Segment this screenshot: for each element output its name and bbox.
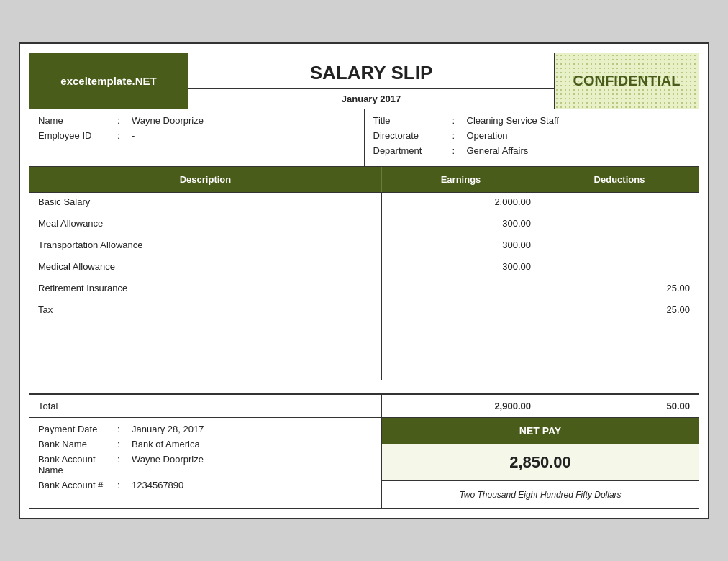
- row-2-desc: Transportation Allowance: [29, 236, 382, 257]
- payment-date-value: January 28, 2017: [132, 424, 204, 434]
- bank-account-name-colon: :: [117, 454, 132, 465]
- payment-date-label: Payment Date: [38, 424, 117, 434]
- row-0-desc: Basic Salary: [29, 193, 382, 214]
- employee-id-value: -: [132, 130, 135, 141]
- employee-id-colon: :: [117, 130, 132, 141]
- table-row: Tax 25.00: [29, 301, 699, 322]
- directorate-label: Directorate: [373, 130, 452, 141]
- name-label: Name: [38, 115, 117, 126]
- row-4-desc: Retirement Insurance: [29, 279, 382, 301]
- table-row: Transportation Allowance 300.00: [29, 236, 699, 257]
- logo: exceltemplate.NET: [29, 53, 188, 109]
- name-colon: :: [117, 115, 132, 126]
- bank-account-num-colon: :: [117, 480, 132, 491]
- row-1-desc: Meal Allowance: [29, 214, 382, 236]
- payment-info: Payment Date : January 28, 2017 Bank Nam…: [29, 418, 382, 508]
- bank-name-label: Bank Name: [38, 439, 117, 450]
- bottom-section: Payment Date : January 28, 2017 Bank Nam…: [29, 418, 699, 509]
- confidential-text: CONFIDENTIAL: [573, 73, 681, 89]
- net-pay-section: NET PAY 2,850.00 Two Thousand Eight Hund…: [382, 418, 699, 508]
- col-description-header: Description: [29, 167, 382, 192]
- bank-account-name-value: Wayne Doorprize: [132, 454, 204, 465]
- row-3-earnings: 300.00: [382, 257, 540, 279]
- net-pay-words: Two Thousand Eight Hundred Fifty Dollars: [382, 481, 699, 508]
- title-colon: :: [452, 115, 467, 126]
- salary-slip-document: exceltemplate.NET SALARY SLIP January 20…: [19, 42, 709, 519]
- row-3-deductions: [540, 257, 699, 279]
- document-month: January 2017: [188, 88, 554, 109]
- col-earnings-header: Earnings: [382, 167, 540, 192]
- total-deductions: 50.00: [540, 395, 699, 417]
- row-2-earnings: 300.00: [382, 236, 540, 257]
- header-center: SALARY SLIP January 2017: [188, 53, 555, 109]
- row-4-deductions: 25.00: [540, 279, 699, 301]
- row-5-desc: Tax: [29, 301, 382, 322]
- row-3-desc: Medical Allowance: [29, 257, 382, 279]
- table-row: Retirement Insurance 25.00: [29, 279, 699, 301]
- employee-info-right: Title : Cleaning Service Staff Directora…: [365, 109, 699, 166]
- directorate-value: Operation: [467, 130, 508, 141]
- bank-account-num-row: Bank Account # : 1234567890: [38, 480, 373, 491]
- name-value: Wayne Doorprize: [132, 115, 204, 126]
- department-row: Department : General Affairs: [373, 145, 691, 156]
- row-0-earnings: 2,000.00: [382, 193, 540, 214]
- row-1-deductions: [540, 214, 699, 236]
- bank-name-row: Bank Name : Bank of America: [38, 439, 373, 450]
- bank-account-num-label: Bank Account #: [38, 480, 117, 491]
- employee-id-label: Employee ID: [38, 130, 117, 141]
- table-row: Meal Allowance 300.00: [29, 214, 699, 236]
- spacer-desc: [29, 322, 382, 380]
- directorate-row: Directorate : Operation: [373, 130, 691, 141]
- payment-date-row: Payment Date : January 28, 2017: [38, 424, 373, 434]
- title-label: Title: [373, 115, 452, 126]
- table-row: Medical Allowance 300.00: [29, 257, 699, 279]
- bank-account-name-label: Bank Account Name: [38, 454, 117, 475]
- spacer-ded: [540, 322, 699, 380]
- document-title: SALARY SLIP: [188, 53, 554, 88]
- spacer-earn: [382, 322, 540, 380]
- row-5-deductions: 25.00: [540, 301, 699, 322]
- payment-date-colon: :: [117, 424, 132, 434]
- table-body: Basic Salary 2,000.00 Meal Allowance 300…: [29, 193, 699, 394]
- row-0-deductions: [540, 193, 699, 214]
- department-value: General Affairs: [467, 145, 529, 156]
- confidential-banner: CONFIDENTIAL: [555, 53, 699, 109]
- employee-id-row: Employee ID : -: [38, 130, 355, 141]
- bank-name-colon: :: [117, 439, 132, 450]
- title-row: Title : Cleaning Service Staff: [373, 115, 691, 126]
- col-deductions-header: Deductions: [540, 167, 699, 192]
- row-5-earnings: [382, 301, 540, 322]
- net-pay-header: NET PAY: [382, 418, 699, 444]
- department-label: Department: [373, 145, 452, 156]
- employee-info: Name : Wayne Doorprize Employee ID : - T…: [29, 109, 699, 167]
- title-value: Cleaning Service Staff: [467, 115, 559, 126]
- net-pay-amount: 2,850.00: [382, 444, 699, 481]
- bank-account-num-value: 1234567890: [132, 480, 183, 491]
- row-1-earnings: 300.00: [382, 214, 540, 236]
- logo-text: exceltemplate.NET: [60, 75, 156, 87]
- name-row: Name : Wayne Doorprize: [38, 115, 355, 126]
- table-header: Description Earnings Deductions: [29, 167, 699, 193]
- row-2-deductions: [540, 236, 699, 257]
- bank-name-value: Bank of America: [132, 439, 200, 450]
- table-row: Basic Salary 2,000.00: [29, 193, 699, 214]
- directorate-colon: :: [452, 130, 467, 141]
- table-spacer: [29, 322, 699, 380]
- header: exceltemplate.NET SALARY SLIP January 20…: [29, 53, 699, 109]
- row-4-earnings: [382, 279, 540, 301]
- total-earnings: 2,900.00: [382, 395, 540, 417]
- total-row: Total 2,900.00 50.00: [29, 394, 699, 418]
- total-label: Total: [29, 395, 382, 417]
- employee-info-left: Name : Wayne Doorprize Employee ID : -: [29, 109, 365, 166]
- department-colon: :: [452, 145, 467, 156]
- bank-account-name-row: Bank Account Name : Wayne Doorprize: [38, 454, 373, 475]
